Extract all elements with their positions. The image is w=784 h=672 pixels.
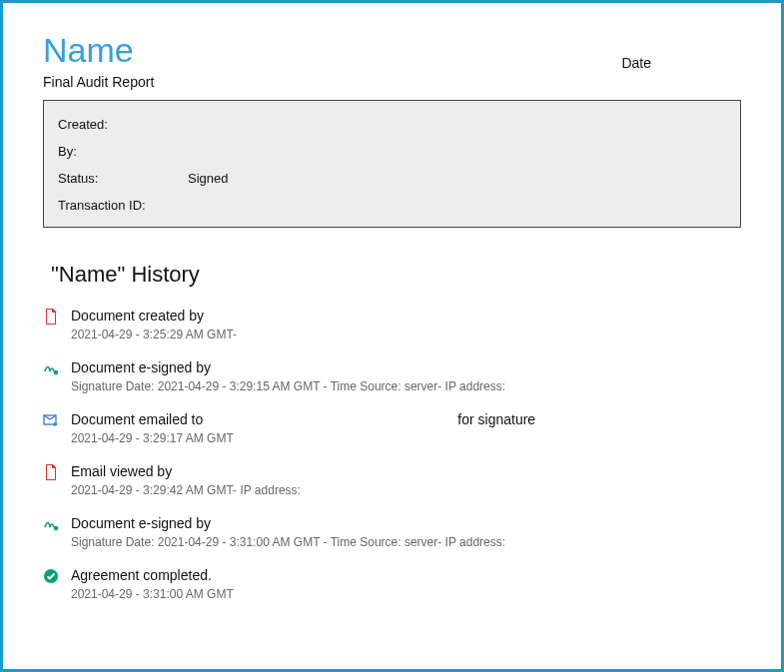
info-row-by: By: <box>58 138 726 165</box>
history-item: Document created by 2021-04-29 - 3:25:29… <box>43 308 741 341</box>
history-item: Agreement completed. 2021-04-29 - 3:31:0… <box>43 567 741 601</box>
history-text: Document created by 2021-04-29 - 3:25:29… <box>71 308 741 341</box>
signature-icon <box>43 360 61 378</box>
check-icon <box>43 568 61 586</box>
history-sub: 2021-04-29 - 3:31:00 AM GMT <box>71 587 741 601</box>
status-label: Status: <box>58 171 188 186</box>
by-label: By: <box>58 144 188 159</box>
history-text: Document e-signed by Signature Date: 202… <box>71 359 741 393</box>
history-sub: Signature Date: 2021-04-29 - 3:31:00 AM … <box>71 535 741 549</box>
history-text: Agreement completed. 2021-04-29 - 3:31:0… <box>71 567 741 601</box>
history-main-suffix: for signature <box>457 411 535 427</box>
subtitle: Final Audit Report <box>43 74 741 90</box>
history-item: Document e-signed by Signature Date: 202… <box>43 359 741 393</box>
document-icon <box>43 464 61 482</box>
history-sub: 2021-04-29 - 3:25:29 AM GMT- <box>71 328 741 341</box>
info-row-transaction: Transaction ID: <box>58 192 726 219</box>
created-label: Created: <box>58 117 188 132</box>
header-row: Name Date <box>43 31 741 70</box>
content-area: Name Date Final Audit Report Created: By… <box>3 3 781 639</box>
info-box: Created: By: Status: Signed Transaction … <box>43 100 741 228</box>
history-text: Email viewed by 2021-04-29 - 3:29:42 AM … <box>71 463 741 497</box>
history-sub: 2021-04-29 - 3:29:42 AM GMT- IP address: <box>71 483 741 497</box>
history-main: Agreement completed. <box>71 567 741 583</box>
history-main: Document e-signed by <box>71 359 741 375</box>
history-main: Email viewed by <box>71 463 741 479</box>
transaction-id-label: Transaction ID: <box>58 198 188 213</box>
history-text: Document emailed tofor signature 2021-04… <box>71 411 741 445</box>
history-main: Document created by <box>71 308 741 324</box>
email-icon <box>43 412 61 430</box>
history-main: Document emailed tofor signature <box>71 411 741 427</box>
signature-icon <box>43 516 61 534</box>
history-item: Document e-signed by Signature Date: 202… <box>43 515 741 549</box>
history-sub: 2021-04-29 - 3:29:17 AM GMT <box>71 431 741 445</box>
info-row-status: Status: Signed <box>58 165 726 192</box>
history-title: "Name" History <box>51 262 741 288</box>
history-item: Email viewed by 2021-04-29 - 3:29:42 AM … <box>43 463 741 497</box>
history-text: Document e-signed by Signature Date: 202… <box>71 515 741 549</box>
document-icon <box>43 309 61 327</box>
status-value: Signed <box>188 171 228 186</box>
page-border: Name Date Final Audit Report Created: By… <box>0 0 784 672</box>
history-item: Document emailed tofor signature 2021-04… <box>43 411 741 445</box>
history-main-prefix: Document emailed to <box>71 411 203 427</box>
date-label: Date <box>621 55 651 71</box>
title-name: Name <box>43 31 134 70</box>
history-main: Document e-signed by <box>71 515 741 531</box>
svg-point-2 <box>54 526 59 531</box>
svg-point-0 <box>54 370 59 375</box>
history-sub: Signature Date: 2021-04-29 - 3:29:15 AM … <box>71 379 741 393</box>
info-row-created: Created: <box>58 111 726 138</box>
